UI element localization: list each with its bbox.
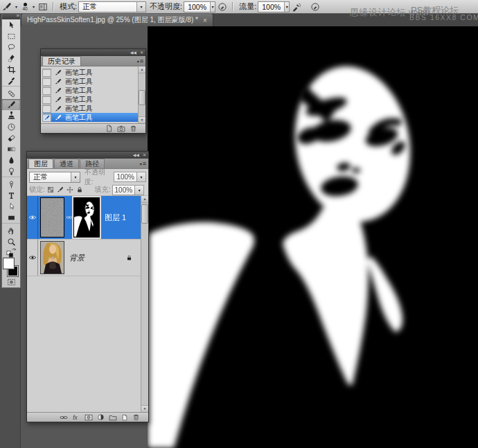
flow-field[interactable]: 100% ▾ bbox=[258, 1, 290, 12]
layer-name[interactable]: 背景 bbox=[69, 253, 85, 263]
scroll-up-icon[interactable]: ▲ bbox=[141, 196, 148, 203]
path-selection-tool[interactable] bbox=[2, 201, 20, 212]
lock-position-icon[interactable] bbox=[66, 186, 75, 194]
history-scrollbar[interactable]: ▲ ▼ bbox=[138, 66, 145, 123]
gradient-tool[interactable] bbox=[2, 143, 20, 154]
rectangle-tool[interactable] bbox=[2, 212, 20, 223]
toggle-brush-panel-icon[interactable] bbox=[37, 1, 49, 12]
new-group-icon[interactable] bbox=[109, 413, 117, 422]
eraser-tool[interactable] bbox=[2, 132, 20, 143]
hand-tool[interactable] bbox=[2, 225, 20, 236]
scroll-up-icon[interactable]: ▲ bbox=[139, 66, 145, 73]
history-source-well[interactable] bbox=[42, 114, 51, 122]
flow-arrow-icon[interactable]: ▾ bbox=[284, 2, 289, 12]
link-layers-icon[interactable] bbox=[60, 413, 68, 422]
scroll-down-icon[interactable]: ▼ bbox=[141, 405, 148, 412]
foreground-color-swatch[interactable] bbox=[3, 258, 14, 269]
rectangular-marquee-tool[interactable] bbox=[2, 30, 20, 42]
new-document-from-state-icon[interactable] bbox=[105, 125, 113, 132]
history-entry[interactable]: 画笔工具 bbox=[42, 86, 138, 95]
palette-collapse-button[interactable]: » bbox=[2, 13, 20, 19]
scrollbar-thumb[interactable] bbox=[141, 204, 148, 224]
layers-scrollbar[interactable]: ▲ ▼ bbox=[141, 196, 148, 412]
default-and-swap-colors-icon[interactable] bbox=[2, 247, 20, 258]
panel-close-icon[interactable]: ✕ bbox=[140, 51, 143, 55]
lock-transparency-icon[interactable] bbox=[46, 186, 55, 194]
layer-opacity-arrow-icon[interactable]: ▾ bbox=[136, 172, 145, 181]
delete-layer-icon[interactable] bbox=[132, 413, 140, 421]
brush-picker-caret-icon[interactable]: ▾ bbox=[33, 4, 35, 9]
history-entry[interactable]: 画笔工具 bbox=[42, 68, 138, 77]
clone-stamp-tool[interactable] bbox=[2, 110, 20, 121]
blend-mode-arrow-icon[interactable]: ▾ bbox=[136, 2, 145, 12]
tab-close-icon[interactable]: × bbox=[203, 17, 207, 24]
layer-thumbnail-highpass[interactable] bbox=[40, 197, 64, 238]
layer-blend-mode-dropdown[interactable]: 正常 ▾ bbox=[29, 172, 80, 183]
tab-paths[interactable]: 路径 bbox=[80, 159, 105, 168]
layer-fill-arrow-icon[interactable]: ▾ bbox=[134, 186, 143, 195]
blur-tool[interactable] bbox=[2, 154, 20, 165]
history-entry[interactable]: 画笔工具 bbox=[42, 77, 138, 86]
layer-row-layer1[interactable]: 图层 1 bbox=[27, 196, 141, 240]
history-source-well[interactable] bbox=[42, 78, 51, 86]
type-tool[interactable] bbox=[2, 190, 20, 201]
layer-mask-link-icon[interactable] bbox=[64, 214, 73, 221]
layer-visibility-eye-icon[interactable] bbox=[27, 240, 38, 276]
layer-fill-field[interactable]: 100% ▾ bbox=[112, 185, 145, 195]
panel-menu-icon[interactable]: ≡ bbox=[143, 160, 146, 167]
lasso-tool[interactable] bbox=[2, 42, 20, 53]
history-entry-selected[interactable]: 画笔工具 bbox=[42, 113, 138, 122]
brush-size-picker[interactable]: 40 bbox=[19, 1, 31, 12]
history-entry[interactable]: 画笔工具 bbox=[42, 104, 138, 113]
tab-layers[interactable]: 图层 bbox=[28, 159, 53, 168]
layer-mask-thumbnail[interactable] bbox=[73, 197, 100, 238]
airbrush-toggle-icon[interactable] bbox=[290, 1, 303, 12]
history-source-well[interactable] bbox=[42, 96, 51, 104]
zoom-tool[interactable] bbox=[2, 236, 20, 247]
brush-preset-caret-icon[interactable]: ▾ bbox=[15, 4, 17, 9]
brush-tool[interactable] bbox=[2, 99, 20, 110]
panel-menu-icon[interactable]: ≡ bbox=[140, 57, 143, 64]
tablet-opacity-icon[interactable] bbox=[216, 1, 229, 12]
tab-history[interactable]: 历史记录 bbox=[42, 56, 81, 66]
layer-row-background[interactable]: 背景 bbox=[27, 240, 141, 276]
layer-opacity-field[interactable]: 100% ▾ bbox=[114, 172, 146, 182]
lock-all-icon[interactable] bbox=[76, 186, 85, 194]
layer-blend-mode-arrow-icon[interactable]: ▾ bbox=[71, 172, 80, 182]
tablet-size-icon[interactable] bbox=[309, 1, 321, 12]
history-source-well[interactable] bbox=[42, 105, 51, 113]
background-layer-thumbnail[interactable] bbox=[40, 241, 64, 274]
layer-style-fx-icon[interactable]: fx bbox=[72, 413, 80, 422]
eyedropper-tool[interactable] bbox=[2, 75, 20, 86]
delete-state-icon[interactable] bbox=[130, 125, 137, 132]
dodge-tool[interactable] bbox=[2, 165, 20, 177]
tab-channels[interactable]: 通道 bbox=[54, 159, 79, 168]
new-layer-icon[interactable] bbox=[121, 414, 128, 421]
panel-menu-caret-icon[interactable]: ▾ bbox=[140, 161, 142, 166]
new-adjustment-layer-icon[interactable] bbox=[97, 413, 105, 421]
layer-visibility-eye-icon[interactable] bbox=[27, 196, 38, 239]
panel-close-icon[interactable]: ✕ bbox=[143, 153, 146, 157]
document-tab[interactable]: HighPassSkinSoften1.jpg @ 25% (图层 1, 图层蒙… bbox=[21, 13, 213, 26]
opacity-arrow-icon[interactable]: ▾ bbox=[210, 2, 215, 12]
panel-collapse-icon[interactable]: ◀◀ bbox=[133, 153, 139, 157]
quick-mask-mode-button[interactable] bbox=[2, 277, 20, 287]
panel-collapse-icon[interactable]: ◀◀ bbox=[130, 51, 136, 55]
add-layer-mask-icon[interactable] bbox=[85, 413, 93, 422]
brush-preset-icon[interactable] bbox=[1, 1, 13, 12]
history-entry[interactable]: 画笔工具 bbox=[42, 95, 138, 104]
scrollbar-thumb[interactable] bbox=[139, 90, 145, 105]
blend-mode-dropdown[interactable]: 正常 ▾ bbox=[78, 1, 146, 12]
history-brush-tool[interactable] bbox=[2, 121, 20, 132]
layer-name[interactable]: 图层 1 bbox=[105, 213, 126, 223]
history-source-well[interactable] bbox=[42, 69, 51, 77]
opacity-field[interactable]: 100% ▾ bbox=[184, 1, 215, 12]
pen-tool[interactable] bbox=[2, 179, 20, 190]
move-tool[interactable] bbox=[2, 19, 20, 30]
lock-image-icon[interactable] bbox=[56, 186, 65, 194]
document-canvas[interactable] bbox=[148, 26, 478, 448]
new-snapshot-icon[interactable] bbox=[117, 125, 125, 133]
panel-menu-caret-icon[interactable]: ▾ bbox=[137, 59, 139, 64]
history-source-well[interactable] bbox=[42, 87, 51, 95]
scroll-down-icon[interactable]: ▼ bbox=[139, 116, 145, 123]
